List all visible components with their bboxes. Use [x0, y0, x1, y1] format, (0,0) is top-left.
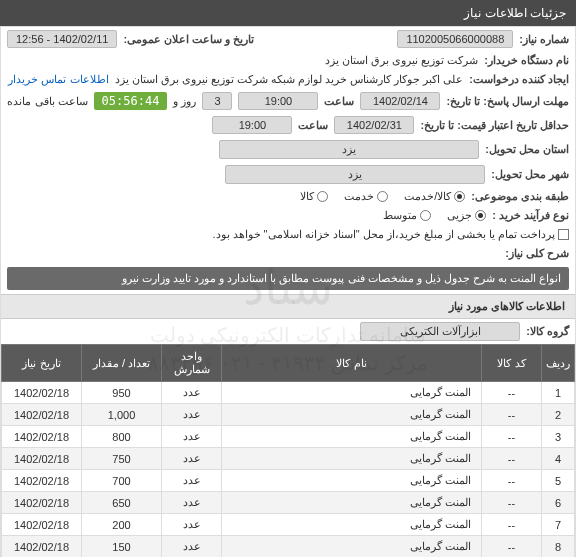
deadline-label: مهلت ارسال پاسخ: تا تاریخ:: [446, 95, 569, 108]
page-title-bar: جزئیات اطلاعات نیاز: [0, 0, 576, 26]
th-idx: ردیف: [542, 345, 575, 382]
cell-unit: عدد: [162, 470, 222, 492]
cell-date: 1402/02/18: [2, 404, 82, 426]
cell-name: المنت گرمایی: [222, 404, 482, 426]
radio-service[interactable]: خدمت: [344, 190, 388, 203]
buyer-org-label: نام دستگاه خریدار:: [484, 54, 569, 67]
radio-goods-service[interactable]: کالا/خدمت: [404, 190, 465, 203]
cell-unit: عدد: [162, 382, 222, 404]
cell-date: 1402/02/18: [2, 382, 82, 404]
need-number-value: 1102005066000088: [397, 30, 513, 48]
cell-unit: عدد: [162, 536, 222, 558]
remain-days: 3: [202, 92, 232, 110]
cell-idx: 4: [542, 448, 575, 470]
need-desc-box: انواع المنت به شرح جدول ذیل و مشخصات فنی…: [7, 267, 569, 290]
countdown-timer: 05:56:44: [94, 92, 168, 110]
remain-suffix: ساعت باقی مانده: [7, 95, 87, 108]
goods-group-value: ابزارآلات الکتریکی: [360, 322, 520, 341]
validity-time-label: ساعت: [298, 119, 328, 132]
announce-value: 1402/02/11 - 12:56: [7, 30, 117, 48]
cell-unit: عدد: [162, 404, 222, 426]
cell-date: 1402/02/18: [2, 470, 82, 492]
deadline-time: 19:00: [238, 92, 318, 110]
need-desc-label: شرح کلی نیاز:: [505, 247, 569, 260]
cell-date: 1402/02/18: [2, 514, 82, 536]
deadline-date: 1402/02/14: [360, 92, 440, 110]
buyer-org-value: شرکت توزیع نیروی برق استان یزد: [325, 54, 478, 67]
radio-medium[interactable]: متوسط: [383, 209, 431, 222]
process-label: نوع فرآیند خرید :: [492, 209, 569, 222]
cell-qty: 1,000: [82, 404, 162, 426]
cell-code: --: [482, 448, 542, 470]
check-treasury[interactable]: پرداخت تمام یا بخشی از مبلغ خرید،از محل …: [212, 228, 569, 241]
cell-code: --: [482, 404, 542, 426]
cell-date: 1402/02/18: [2, 492, 82, 514]
cell-unit: عدد: [162, 426, 222, 448]
cell-code: --: [482, 426, 542, 448]
cell-idx: 1: [542, 382, 575, 404]
cell-unit: عدد: [162, 514, 222, 536]
cell-date: 1402/02/18: [2, 426, 82, 448]
cell-idx: 5: [542, 470, 575, 492]
delivery-province: یزد: [219, 140, 479, 159]
radio-small[interactable]: جزیی: [447, 209, 486, 222]
table-row: 3--المنت گرماییعدد8001402/02/18: [2, 426, 575, 448]
goods-group-label: گروه کالا:: [526, 325, 569, 338]
budget-label: طبقه بندی موضوعی:: [471, 190, 569, 203]
cell-code: --: [482, 470, 542, 492]
announce-label: تاریخ و ساعت اعلان عمومی:: [123, 33, 254, 46]
cell-qty: 200: [82, 514, 162, 536]
cell-qty: 750: [82, 448, 162, 470]
cell-idx: 3: [542, 426, 575, 448]
table-row: 7--المنت گرماییعدد2001402/02/18: [2, 514, 575, 536]
cell-idx: 8: [542, 536, 575, 558]
cell-code: --: [482, 536, 542, 558]
cell-code: --: [482, 492, 542, 514]
table-row: 4--المنت گرماییعدد7501402/02/18: [2, 448, 575, 470]
cell-name: المنت گرمایی: [222, 426, 482, 448]
cell-idx: 7: [542, 514, 575, 536]
items-section-header: اطلاعات کالاهای مورد نیاز: [1, 294, 575, 319]
cell-code: --: [482, 382, 542, 404]
cell-date: 1402/02/18: [2, 448, 82, 470]
cell-name: المنت گرمایی: [222, 382, 482, 404]
cell-qty: 150: [82, 536, 162, 558]
cell-name: المنت گرمایی: [222, 448, 482, 470]
buyer-contact-link[interactable]: اطلاعات تماس خریدار: [8, 73, 108, 86]
cell-idx: 2: [542, 404, 575, 426]
creator-label: ایجاد کننده درخواست:: [469, 73, 569, 86]
cell-unit: عدد: [162, 448, 222, 470]
cell-qty: 700: [82, 470, 162, 492]
cell-name: المنت گرمایی: [222, 514, 482, 536]
items-table: ردیف کد کالا نام کالا واحد شمارش تعداد /…: [1, 344, 575, 557]
cell-qty: 950: [82, 382, 162, 404]
cell-name: المنت گرمایی: [222, 536, 482, 558]
table-row: 5--المنت گرماییعدد7001402/02/18: [2, 470, 575, 492]
delivery-city: یزد: [225, 165, 485, 184]
delivery-city-label: شهر محل تحویل:: [491, 168, 569, 181]
delivery-province-label: استان محل تحویل:: [485, 143, 569, 156]
cell-qty: 800: [82, 426, 162, 448]
table-row: 8--المنت گرماییعدد1501402/02/18: [2, 536, 575, 558]
need-number-label: شماره نیاز:: [519, 33, 569, 46]
cell-name: المنت گرمایی: [222, 470, 482, 492]
table-row: 1--المنت گرماییعدد9501402/02/18: [2, 382, 575, 404]
validity-time: 19:00: [212, 116, 292, 134]
table-row: 6--المنت گرماییعدد6501402/02/18: [2, 492, 575, 514]
validity-label: حداقل تاریخ اعتبار قیمت: تا تاریخ:: [420, 119, 569, 132]
validity-date: 1402/02/31: [334, 116, 414, 134]
remain-unit: روز و: [173, 95, 196, 108]
th-unit: واحد شمارش: [162, 345, 222, 382]
cell-name: المنت گرمایی: [222, 492, 482, 514]
deadline-time-label: ساعت: [324, 95, 354, 108]
radio-goods[interactable]: کالا: [300, 190, 328, 203]
cell-date: 1402/02/18: [2, 536, 82, 558]
page-title: جزئیات اطلاعات نیاز: [464, 6, 566, 20]
th-code: کد کالا: [482, 345, 542, 382]
cell-unit: عدد: [162, 492, 222, 514]
th-qty: تعداد / مقدار: [82, 345, 162, 382]
cell-idx: 6: [542, 492, 575, 514]
th-name: نام کالا: [222, 345, 482, 382]
cell-code: --: [482, 514, 542, 536]
cell-qty: 650: [82, 492, 162, 514]
